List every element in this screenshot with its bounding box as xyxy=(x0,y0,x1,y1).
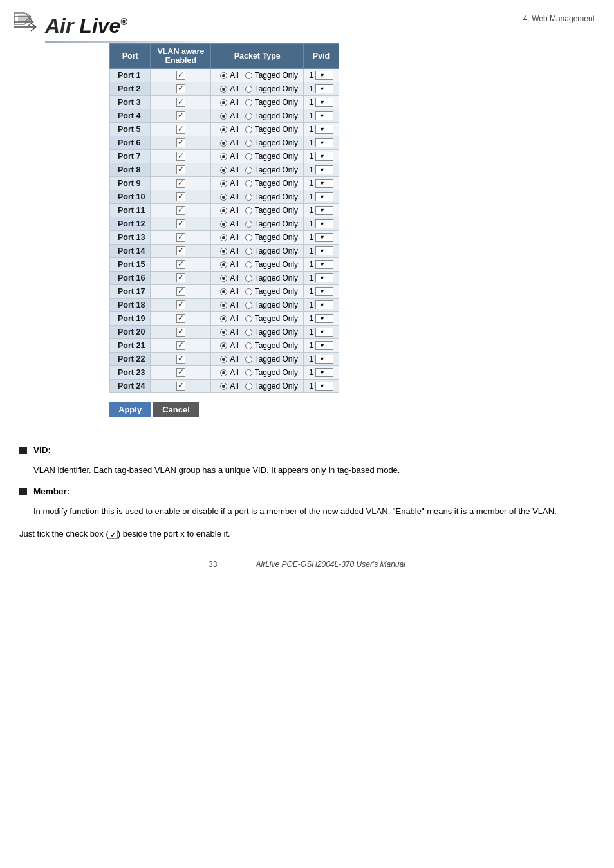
pvid-cell[interactable]: 1 ▼ xyxy=(304,136,339,150)
checkbox[interactable] xyxy=(176,111,185,120)
radio-all[interactable] xyxy=(220,126,227,133)
checkbox[interactable] xyxy=(176,355,185,364)
pvid-dropdown[interactable]: ▼ xyxy=(315,341,333,350)
vlan-aware-cell[interactable] xyxy=(151,380,211,393)
pvid-cell[interactable]: 1 ▼ xyxy=(304,204,339,217)
radio-all[interactable] xyxy=(220,180,227,187)
pvid-dropdown[interactable]: ▼ xyxy=(315,71,333,80)
radio-all[interactable] xyxy=(220,194,227,201)
checkbox[interactable] xyxy=(176,165,185,174)
pvid-dropdown[interactable]: ▼ xyxy=(315,328,333,337)
radio-all[interactable] xyxy=(220,140,227,147)
vlan-aware-cell[interactable] xyxy=(151,272,211,285)
pvid-cell[interactable]: 1 ▼ xyxy=(304,82,339,96)
pvid-cell[interactable]: 1 ▼ xyxy=(304,339,339,353)
vlan-aware-cell[interactable] xyxy=(151,177,211,190)
pvid-dropdown[interactable]: ▼ xyxy=(315,98,333,107)
pvid-dropdown[interactable]: ▼ xyxy=(315,206,333,215)
apply-button[interactable]: Apply xyxy=(109,402,151,417)
radio-tagged-only[interactable] xyxy=(245,86,252,93)
radio-tagged-only[interactable] xyxy=(245,180,252,187)
pvid-dropdown[interactable]: ▼ xyxy=(315,314,333,323)
checkbox[interactable] xyxy=(176,138,185,147)
pvid-dropdown[interactable]: ▼ xyxy=(315,273,333,282)
radio-tagged-only[interactable] xyxy=(245,356,252,363)
radio-all[interactable] xyxy=(220,369,227,376)
pvid-dropdown[interactable]: ▼ xyxy=(315,260,333,269)
pvid-dropdown[interactable]: ▼ xyxy=(315,219,333,228)
radio-all[interactable] xyxy=(220,275,227,282)
radio-all[interactable] xyxy=(220,221,227,228)
pvid-cell[interactable]: 1 ▼ xyxy=(304,96,339,109)
pvid-dropdown[interactable]: ▼ xyxy=(315,382,333,391)
vlan-aware-cell[interactable] xyxy=(151,69,211,82)
radio-all[interactable] xyxy=(220,315,227,322)
checkbox[interactable] xyxy=(176,98,185,107)
vlan-aware-cell[interactable] xyxy=(151,204,211,217)
radio-all[interactable] xyxy=(220,86,227,93)
radio-tagged-only[interactable] xyxy=(245,72,252,79)
vlan-aware-cell[interactable] xyxy=(151,258,211,272)
radio-all[interactable] xyxy=(220,383,227,390)
checkbox[interactable] xyxy=(176,273,185,282)
pvid-dropdown[interactable]: ▼ xyxy=(315,152,333,161)
radio-tagged-only[interactable] xyxy=(245,315,252,322)
vlan-aware-cell[interactable] xyxy=(151,163,211,177)
checkbox[interactable] xyxy=(176,125,185,134)
pvid-cell[interactable]: 1 ▼ xyxy=(304,299,339,312)
radio-all[interactable] xyxy=(220,113,227,120)
radio-tagged-only[interactable] xyxy=(245,275,252,282)
pvid-dropdown[interactable]: ▼ xyxy=(315,111,333,120)
vlan-aware-cell[interactable] xyxy=(151,285,211,299)
vlan-aware-cell[interactable] xyxy=(151,299,211,312)
radio-tagged-only[interactable] xyxy=(245,329,252,336)
pvid-cell[interactable]: 1 ▼ xyxy=(304,245,339,258)
vlan-aware-cell[interactable] xyxy=(151,353,211,366)
radio-tagged-only[interactable] xyxy=(245,99,252,106)
checkbox[interactable] xyxy=(176,233,185,242)
vlan-aware-cell[interactable] xyxy=(151,366,211,380)
vlan-aware-cell[interactable] xyxy=(151,312,211,326)
pvid-dropdown[interactable]: ▼ xyxy=(315,165,333,174)
pvid-dropdown[interactable]: ▼ xyxy=(315,233,333,242)
vlan-aware-cell[interactable] xyxy=(151,339,211,353)
radio-tagged-only[interactable] xyxy=(245,167,252,174)
checkbox[interactable] xyxy=(176,246,185,255)
vlan-aware-cell[interactable] xyxy=(151,245,211,258)
radio-tagged-only[interactable] xyxy=(245,261,252,268)
pvid-cell[interactable]: 1 ▼ xyxy=(304,366,339,380)
pvid-cell[interactable]: 1 ▼ xyxy=(304,217,339,231)
pvid-cell[interactable]: 1 ▼ xyxy=(304,326,339,339)
checkbox[interactable] xyxy=(176,206,185,215)
pvid-cell[interactable]: 1 ▼ xyxy=(304,380,339,393)
radio-tagged-only[interactable] xyxy=(245,369,252,376)
pvid-dropdown[interactable]: ▼ xyxy=(315,368,333,377)
radio-tagged-only[interactable] xyxy=(245,113,252,120)
radio-all[interactable] xyxy=(220,342,227,349)
pvid-cell[interactable]: 1 ▼ xyxy=(304,353,339,366)
vlan-aware-cell[interactable] xyxy=(151,150,211,163)
radio-tagged-only[interactable] xyxy=(245,140,252,147)
pvid-dropdown[interactable]: ▼ xyxy=(315,300,333,309)
radio-all[interactable] xyxy=(220,99,227,106)
pvid-cell[interactable]: 1 ▼ xyxy=(304,69,339,82)
pvid-cell[interactable]: 1 ▼ xyxy=(304,190,339,204)
checkbox[interactable] xyxy=(176,314,185,323)
radio-tagged-only[interactable] xyxy=(245,126,252,133)
radio-tagged-only[interactable] xyxy=(245,194,252,201)
pvid-dropdown[interactable]: ▼ xyxy=(315,138,333,147)
checkbox[interactable] xyxy=(176,192,185,201)
pvid-cell[interactable]: 1 ▼ xyxy=(304,258,339,272)
radio-all[interactable] xyxy=(220,167,227,174)
checkbox[interactable] xyxy=(176,152,185,161)
checkbox[interactable] xyxy=(176,260,185,269)
radio-tagged-only[interactable] xyxy=(245,342,252,349)
radio-all[interactable] xyxy=(220,153,227,160)
radio-all[interactable] xyxy=(220,234,227,241)
vlan-aware-cell[interactable] xyxy=(151,190,211,204)
pvid-dropdown[interactable]: ▼ xyxy=(315,125,333,134)
checkbox[interactable] xyxy=(176,328,185,337)
radio-all[interactable] xyxy=(220,248,227,255)
pvid-cell[interactable]: 1 ▼ xyxy=(304,150,339,163)
radio-all[interactable] xyxy=(220,72,227,79)
